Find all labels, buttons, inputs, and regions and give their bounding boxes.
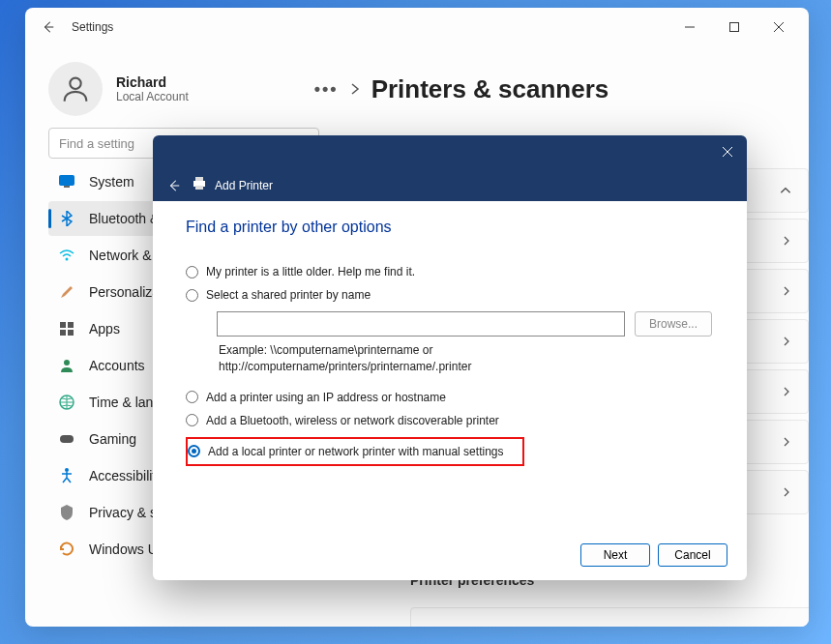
svg-rect-6: [68, 322, 74, 328]
dialog-heading: Find a printer by other options: [186, 219, 714, 236]
radio-option-shared[interactable]: Select a shared printer by name: [186, 288, 714, 302]
back-button[interactable]: [33, 12, 64, 43]
wifi-icon: [58, 247, 75, 264]
maximize-button[interactable]: [712, 12, 757, 43]
arrow-left-icon: [42, 20, 55, 34]
radio-icon: [186, 289, 198, 302]
sidebar-item-label: Accounts: [89, 358, 145, 373]
person-icon: [59, 73, 92, 105]
svg-rect-11: [60, 435, 74, 443]
chevron-right-icon: [781, 285, 792, 297]
svg-rect-15: [195, 186, 203, 190]
page-title: Printers & scanners: [371, 74, 609, 104]
dialog-close-button[interactable]: [714, 141, 741, 162]
sidebar-item-label: System: [89, 174, 134, 190]
close-button[interactable]: [757, 12, 801, 43]
svg-point-12: [65, 468, 69, 472]
radio-option-ip[interactable]: Add a printer using an IP address or hos…: [186, 391, 714, 404]
search-placeholder: Find a setting: [59, 136, 134, 151]
brush-icon: [58, 283, 75, 301]
accessibility-icon: [58, 467, 75, 484]
svg-point-4: [66, 258, 69, 261]
chevron-up-icon: [779, 184, 792, 197]
sidebar-item-label: Accessibility: [89, 468, 163, 483]
radio-icon: [186, 391, 198, 403]
minimize-button[interactable]: [668, 12, 712, 43]
shield-icon: [58, 504, 75, 521]
radio-label: Select a shared printer by name: [206, 288, 371, 302]
update-icon: [58, 541, 75, 558]
svg-rect-7: [60, 330, 66, 336]
dialog-title: Add Printer: [215, 179, 273, 192]
printer-icon: [192, 177, 207, 194]
person-icon: [58, 357, 75, 374]
svg-rect-8: [68, 330, 74, 336]
window-title: Settings: [72, 20, 113, 34]
svg-rect-2: [60, 176, 74, 186]
sidebar-item-label: Gaming: [89, 431, 136, 447]
dialog-back-button[interactable]: [164, 179, 184, 192]
dialog-header: Add Printer: [153, 135, 747, 201]
radio-option-bluetooth[interactable]: Add a Bluetooth, wireless or network dis…: [186, 414, 714, 427]
svg-point-1: [70, 78, 80, 89]
user-name: Richard: [116, 74, 189, 90]
radio-label: Add a printer using an IP address or hos…: [206, 391, 446, 404]
monitor-icon: [58, 173, 75, 190]
radio-label: My printer is a little older. Help me fi…: [206, 265, 415, 278]
close-icon: [774, 22, 784, 32]
radio-icon: [186, 414, 198, 426]
radio-option-older[interactable]: My printer is a little older. Help me fi…: [186, 265, 714, 278]
chevron-right-icon: [350, 83, 360, 95]
dialog-body: Find a printer by other options My print…: [153, 201, 747, 466]
chevron-right-icon: [781, 486, 792, 498]
globe-icon: [58, 394, 75, 411]
dialog-footer: Next Cancel: [580, 543, 727, 567]
grid-icon: [58, 320, 75, 337]
chevron-right-icon: [781, 436, 792, 448]
user-account-type: Local Account: [116, 90, 189, 103]
close-icon: [723, 147, 732, 157]
add-printer-dialog: Add Printer Find a printer by other opti…: [153, 135, 747, 580]
bluetooth-icon: [58, 210, 75, 227]
browse-button[interactable]: Browse...: [635, 311, 712, 337]
svg-rect-3: [64, 186, 70, 188]
breadcrumb: ••• Printers & scanners: [314, 74, 786, 104]
svg-rect-14: [195, 177, 203, 181]
next-button[interactable]: Next: [580, 543, 650, 567]
minimize-icon: [685, 22, 695, 32]
radio-label: Add a local printer or network printer w…: [208, 445, 503, 458]
shared-printer-input[interactable]: [217, 311, 625, 337]
chevron-right-icon: [781, 386, 792, 397]
cancel-button[interactable]: Cancel: [658, 543, 727, 567]
arrow-left-icon: [167, 179, 181, 192]
breadcrumb-more-icon[interactable]: •••: [314, 79, 339, 100]
radio-icon: [186, 266, 198, 278]
radio-label: Add a Bluetooth, wireless or network dis…: [206, 414, 499, 427]
user-info: Richard Local Account: [116, 74, 189, 103]
example-text: Example: \\computername\printername or h…: [219, 342, 625, 375]
sidebar-item-label: Apps: [89, 321, 120, 337]
svg-rect-5: [60, 322, 66, 328]
gamepad-icon: [58, 430, 75, 448]
avatar[interactable]: [48, 62, 103, 116]
highlight-box: Add a local printer or network printer w…: [186, 437, 524, 466]
chevron-right-icon: [781, 235, 792, 247]
header-row: Richard Local Account ••• Printers & sca…: [25, 46, 809, 124]
radio-icon: [188, 445, 200, 457]
content-card[interactable]: [410, 607, 809, 627]
svg-rect-0: [730, 23, 739, 32]
titlebar: Settings: [25, 8, 809, 46]
maximize-icon: [729, 22, 739, 32]
chevron-right-icon: [781, 336, 792, 347]
radio-option-manual[interactable]: Add a local printer or network printer w…: [188, 445, 517, 458]
svg-point-9: [64, 360, 70, 366]
